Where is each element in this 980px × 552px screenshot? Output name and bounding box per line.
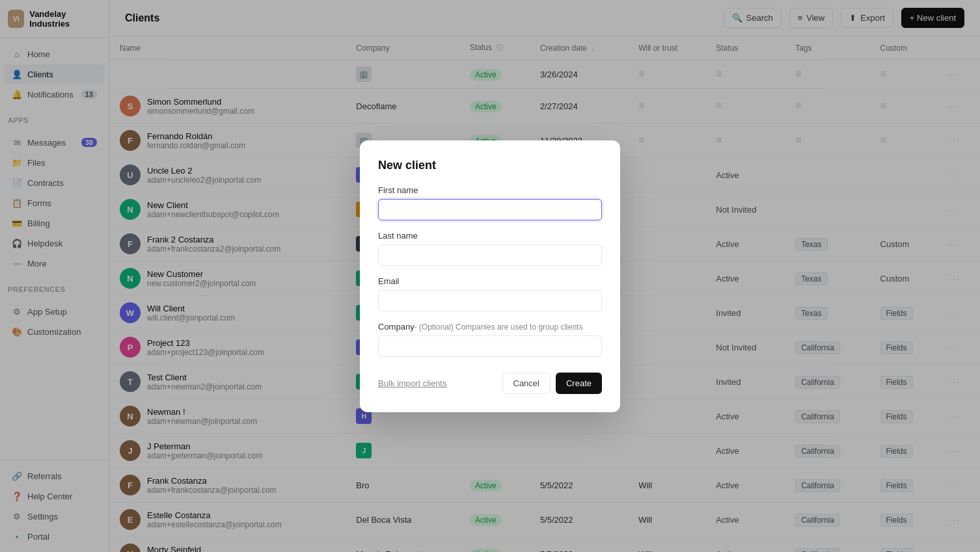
modal-footer: Bulk import clients Cancel Create xyxy=(378,373,602,394)
new-client-modal: New client First name Last name Email Co… xyxy=(360,140,620,412)
create-button[interactable]: Create xyxy=(556,373,602,394)
modal-overlay[interactable]: New client First name Last name Email Co… xyxy=(0,0,980,552)
company-group: Company- (Optional) Companies are used t… xyxy=(378,322,602,357)
email-group: Email xyxy=(378,276,602,311)
last-name-input[interactable] xyxy=(378,244,602,266)
company-input[interactable] xyxy=(378,335,602,357)
last-name-label: Last name xyxy=(378,231,602,241)
last-name-group: Last name xyxy=(378,231,602,266)
first-name-label: First name xyxy=(378,185,602,195)
email-label: Email xyxy=(378,276,602,286)
company-optional: - (Optional) Companies are used to group… xyxy=(415,322,583,332)
email-input[interactable] xyxy=(378,290,602,311)
first-name-group: First name xyxy=(378,185,602,220)
company-label: Company- (Optional) Companies are used t… xyxy=(378,322,602,332)
modal-actions: Cancel Create xyxy=(502,373,603,394)
modal-title: New client xyxy=(378,159,602,172)
bulk-import-link[interactable]: Bulk import clients xyxy=(378,378,446,388)
first-name-input[interactable] xyxy=(378,199,602,220)
cancel-button[interactable]: Cancel xyxy=(502,373,551,394)
